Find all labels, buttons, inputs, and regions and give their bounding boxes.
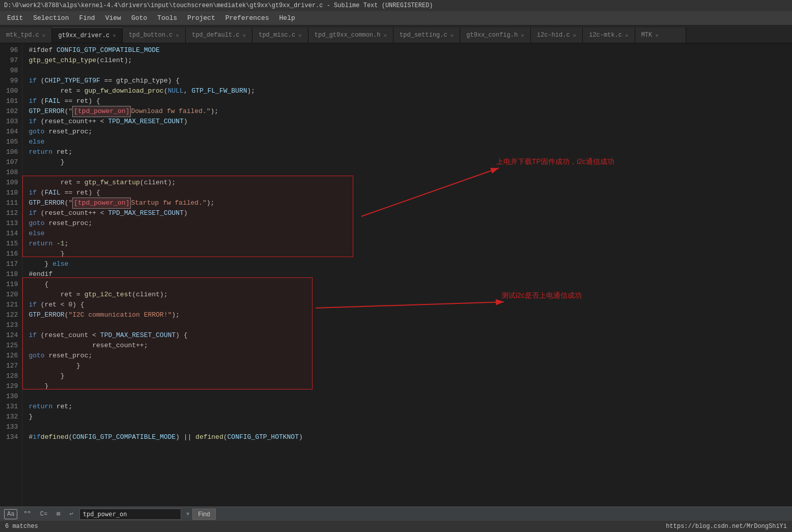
code-line bbox=[29, 66, 792, 76]
find-wrap-btn[interactable]: ↩ bbox=[66, 509, 76, 519]
code-line: } bbox=[29, 157, 792, 167]
code-line bbox=[29, 422, 792, 432]
code-line: ret = gup_fw_download_proc(NULL, GTP_FL_… bbox=[29, 86, 792, 96]
title-bar: D:\0\work2\8788\alps\kernel-4.4\drivers\… bbox=[0, 0, 792, 11]
tab-close-btn[interactable]: ✕ bbox=[42, 32, 46, 39]
code-line: } bbox=[29, 371, 792, 381]
code-line: } bbox=[29, 249, 792, 259]
code-line: GTP_ERROR("I2C communication ERROR!"); bbox=[29, 310, 792, 320]
menu-item-edit[interactable]: Edit bbox=[2, 12, 28, 24]
code-line: if (reset_count < TPD_MAX_RESET_COUNT) { bbox=[29, 330, 792, 341]
menu-item-help[interactable]: Help bbox=[274, 12, 300, 24]
editor-area[interactable]: 9697989910010110210310410510610710810911… bbox=[0, 43, 792, 507]
line-number: 103 bbox=[6, 117, 18, 127]
line-number: 98 bbox=[6, 66, 18, 76]
code-line: else bbox=[29, 137, 792, 147]
tab-close-btn[interactable]: ✕ bbox=[655, 32, 659, 39]
code-line: reset_count++; bbox=[29, 341, 792, 351]
line-number: 111 bbox=[6, 198, 18, 208]
tab-mtk-tpd-c[interactable]: mtk_tpd.c✕ bbox=[0, 27, 52, 43]
menu-item-preferences[interactable]: Preferences bbox=[220, 12, 274, 24]
find-regex-btn[interactable]: C= bbox=[37, 509, 50, 519]
line-number: 110 bbox=[6, 188, 18, 198]
line-number: 102 bbox=[6, 106, 18, 117]
tab-close-btn[interactable]: ✕ bbox=[625, 32, 629, 39]
line-number: 129 bbox=[6, 381, 18, 391]
tab-close-btn[interactable]: ✕ bbox=[450, 32, 454, 39]
line-numbers: 9697989910010110210310410510610710810911… bbox=[0, 43, 22, 507]
line-number: 117 bbox=[6, 259, 18, 269]
line-number: 101 bbox=[6, 96, 18, 106]
code-line bbox=[29, 167, 792, 178]
line-number: 126 bbox=[6, 351, 18, 361]
menu-item-tools[interactable]: Tools bbox=[152, 12, 182, 24]
menu-item-selection[interactable]: Selection bbox=[28, 12, 74, 24]
code-line: } bbox=[29, 381, 792, 391]
find-case-btn[interactable]: Aa bbox=[4, 509, 17, 519]
code-line: goto reset_proc; bbox=[29, 351, 792, 361]
tab-gt9xx-config-h[interactable]: gt9xx_config.h✕ bbox=[460, 27, 530, 43]
menu-item-project[interactable]: Project bbox=[182, 12, 220, 24]
menu-bar: EditSelectionFindViewGotoToolsProjectPre… bbox=[0, 11, 792, 25]
line-number: 106 bbox=[6, 147, 18, 157]
code-line: if (FAIL == ret) { bbox=[29, 188, 792, 198]
tab-close-btn[interactable]: ✕ bbox=[298, 32, 302, 39]
tab-tpd-gt9xx-common-h[interactable]: tpd_gt9xx_common.h✕ bbox=[308, 27, 393, 43]
code-line bbox=[29, 391, 792, 402]
tab-tpd-default-c[interactable]: tpd_default.c✕ bbox=[186, 27, 252, 43]
tab-tpd-button-c[interactable]: tpd_button.c✕ bbox=[123, 27, 186, 43]
code-line: } else bbox=[29, 259, 792, 269]
tab-close-btn[interactable]: ✕ bbox=[521, 32, 524, 39]
code-line: if (reset_count++ < TPD_MAX_RESET_COUNT) bbox=[29, 117, 792, 127]
tab-close-btn[interactable]: ✕ bbox=[176, 32, 179, 39]
code-line: gtp_get_chip_type(client); bbox=[29, 55, 792, 66]
line-number: 99 bbox=[6, 76, 18, 86]
line-number: 133 bbox=[6, 422, 18, 432]
line-number: 121 bbox=[6, 300, 18, 310]
line-number: 105 bbox=[6, 137, 18, 147]
code-line: ret = gtp_i2c_test(client); bbox=[29, 290, 792, 300]
code-line: return ret; bbox=[29, 402, 792, 412]
find-grid-btn[interactable]: ⊞ bbox=[53, 509, 63, 519]
line-number: 116 bbox=[6, 249, 18, 259]
tab-close-btn[interactable]: ✕ bbox=[112, 32, 116, 39]
line-number: 134 bbox=[6, 432, 18, 442]
code-content[interactable]: #ifdef CONFIG_GTP_COMPATIBLE_MODE gtp_ge… bbox=[22, 43, 792, 507]
code-line: return -1; bbox=[29, 239, 792, 249]
tab-tpd-setting-c[interactable]: tpd_setting.c✕ bbox=[393, 27, 460, 43]
tab-gt9xx-driver-c[interactable]: gt9xx_driver.c✕ bbox=[52, 27, 122, 43]
line-number: 125 bbox=[6, 341, 18, 351]
tab-close-btn[interactable]: ✕ bbox=[573, 32, 577, 39]
code-line: if (reset_count++ < TPD_MAX_RESET_COUNT) bbox=[29, 208, 792, 218]
find-input[interactable] bbox=[79, 509, 181, 520]
code-line: if (CHIP_TYPE_GT9F == gtp_chip_type) { bbox=[29, 76, 792, 86]
find-bar[interactable]: Aa "" C= ⊞ ↩ ▼ Find bbox=[0, 507, 792, 521]
menu-item-view[interactable]: View bbox=[100, 12, 126, 24]
line-number: 114 bbox=[6, 229, 18, 239]
code-line: } bbox=[29, 361, 792, 371]
code-line: #ifdef CONFIG_GTP_COMPATIBLE_MODE bbox=[29, 45, 792, 55]
find-word-btn[interactable]: "" bbox=[20, 509, 34, 519]
menu-item-find[interactable]: Find bbox=[74, 12, 100, 24]
tab-i2c-mtk-c[interactable]: i2c-mtk.c✕ bbox=[583, 27, 635, 43]
line-number: 128 bbox=[6, 371, 18, 381]
tab-tpd-misc-c[interactable]: tpd_misc.c✕ bbox=[252, 27, 308, 43]
line-number: 122 bbox=[6, 310, 18, 320]
tab-close-btn[interactable]: ✕ bbox=[383, 32, 387, 39]
code-line: GTP_ERROR("[tpd_power_on]Startup fw fail… bbox=[29, 198, 792, 208]
line-number: 120 bbox=[6, 290, 18, 300]
tab-close-btn[interactable]: ✕ bbox=[243, 32, 246, 39]
line-number: 115 bbox=[6, 239, 18, 249]
tab-mtk[interactable]: MTK✕ bbox=[635, 27, 686, 43]
code-line: goto reset_proc; bbox=[29, 218, 792, 229]
menu-item-goto[interactable]: Goto bbox=[126, 12, 152, 24]
code-line bbox=[29, 320, 792, 330]
line-number: 130 bbox=[6, 391, 18, 402]
title-text: D:\0\work2\8788\alps\kernel-4.4\drivers\… bbox=[4, 2, 433, 9]
code-line: if (ret < 0) { bbox=[29, 300, 792, 310]
code-line: else bbox=[29, 229, 792, 239]
code-line: { bbox=[29, 279, 792, 290]
tab-i2c-hid-c[interactable]: i2c-hid.c✕ bbox=[531, 27, 583, 43]
line-number: 108 bbox=[6, 167, 18, 178]
find-button[interactable]: Find bbox=[192, 509, 215, 520]
